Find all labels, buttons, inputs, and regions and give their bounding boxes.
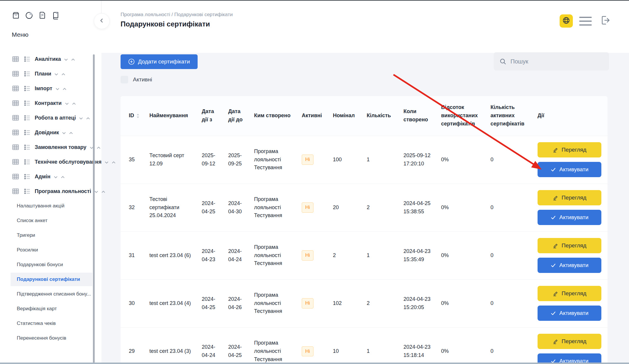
chevron-down-icon — [64, 58, 68, 61]
cell-created-at: 2025-09-12 17:20:10 — [399, 136, 436, 184]
view-button[interactable]: Перегляд — [538, 142, 601, 157]
sidebar-scrollbar[interactable] — [93, 54, 95, 364]
search-box — [494, 52, 609, 71]
page-title: Подарункові сертифікати — [121, 20, 210, 28]
sidebar-item-analytics[interactable]: Аналітика — [11, 52, 92, 66]
header-actions — [560, 14, 612, 28]
sidebar-item-admin[interactable]: Адмін — [11, 170, 92, 183]
table-row: 35 Тестовий серт 12.09 2025-09-12 2025-0… — [121, 136, 608, 184]
sidebar-subitem-promo-settings[interactable]: Налаштування акцій — [11, 199, 92, 213]
search-input[interactable] — [510, 58, 603, 65]
list-icon — [23, 187, 31, 195]
sidebar-subitem-card-verification[interactable]: Верифікація карт — [11, 302, 92, 316]
cell-active-count: 0 — [486, 327, 533, 364]
activate-button[interactable]: Активувати — [538, 210, 601, 225]
archive-icon[interactable] — [12, 11, 20, 19]
language-button[interactable] — [560, 14, 573, 28]
cell-name: test cert 23.04 (4) — [145, 279, 197, 327]
cell-created-by: Програма лояльності Тестування — [249, 279, 297, 327]
grid-icon — [12, 173, 19, 180]
sidebar-subitem-writeoff-confirmation[interactable]: Підтвердження списання бону... — [11, 287, 92, 301]
document-icon[interactable] — [38, 11, 46, 19]
cell-active-count: 0 — [486, 232, 533, 279]
active-filter: Активні — [121, 76, 152, 83]
plus-circle-icon — [128, 58, 135, 65]
cell-name: test cert 23.04 (6) — [145, 232, 197, 279]
status-badge: Ні — [302, 298, 313, 308]
cell-id: 30 — [121, 279, 145, 327]
add-certificates-button[interactable]: Додати сертифікати — [121, 54, 198, 69]
list-icon — [23, 99, 31, 107]
view-button[interactable]: Перегляд — [538, 238, 601, 253]
sidebar-subitem-bonus-transfer[interactable]: Перенесення бонусів — [11, 331, 92, 345]
cell-actions: Перегляд Активувати — [533, 232, 608, 279]
cell-date-to: 2024-04-24 — [223, 232, 249, 279]
sidebar-item-directory[interactable]: Довідник — [11, 126, 92, 139]
chevron-up-icon — [61, 176, 65, 178]
cell-date-from: 2024-04-23 — [197, 232, 223, 279]
activate-button[interactable]: Активувати — [538, 162, 601, 177]
chevron-down-icon — [105, 161, 109, 164]
chevron-down-icon — [54, 73, 58, 76]
col-header-quantity: Кількість — [362, 96, 399, 136]
cell-used-percent: 0% — [436, 136, 486, 184]
sidebar-subitem-receipt-statistics[interactable]: Статистика чеків — [11, 317, 92, 330]
logout-button[interactable] — [598, 14, 612, 28]
sidebar-nav: Аналітика Плани Імпорт — [0, 51, 101, 346]
col-header-id[interactable]: ID — [121, 96, 145, 136]
activate-button[interactable]: Активувати — [538, 306, 601, 321]
sidebar-subitem-questionnaire-list[interactable]: Список анкет — [11, 214, 92, 227]
chevron-up-icon — [101, 191, 105, 193]
cell-created-by: Програма лояльності Тестування — [249, 184, 297, 232]
view-button[interactable]: Перегляд — [538, 190, 601, 205]
cell-id: 35 — [121, 136, 145, 184]
col-header-active: Активні — [297, 96, 328, 136]
activate-button[interactable]: Активувати — [538, 258, 601, 273]
cell-actions: Перегляд Активувати — [533, 327, 608, 364]
sidebar-item-loyalty-program[interactable]: Програма лояльності — [11, 184, 92, 198]
sidebar-subitem-gift-certificates[interactable]: Подарункові сертифікати — [11, 273, 92, 286]
cell-name: Тестові сертифікати 25.04.2024 — [145, 184, 197, 232]
chevron-down-icon — [65, 103, 69, 105]
active-checkbox[interactable] — [121, 76, 128, 83]
sidebar-subitem-mailings[interactable]: Розсилки — [11, 243, 92, 257]
cell-nominal: 20 — [328, 184, 362, 232]
chevron-up-icon — [86, 117, 90, 120]
cell-nominal: 10 — [328, 327, 362, 364]
active-checkbox-label: Активні — [133, 76, 152, 83]
certificates-table-card: ID Найменування Дата дії з Дата дії до К… — [121, 96, 608, 364]
chevron-up-icon — [69, 132, 73, 134]
header-divider — [101, 0, 101, 14]
edit-pencil-icon — [553, 195, 558, 201]
view-button[interactable]: Перегляд — [538, 286, 601, 301]
list-icon — [23, 143, 31, 151]
sort-icon[interactable] — [136, 113, 139, 118]
sidebar-item-plans[interactable]: Плани — [11, 67, 92, 80]
view-button[interactable]: Перегляд — [538, 334, 601, 349]
col-header-actions: Дії — [533, 96, 608, 136]
table-row: 31 test cert 23.04 (6) 2024-04-23 2024-0… — [121, 232, 608, 279]
sidebar-subitem-gift-bonuses[interactable]: Подарункові бонуси — [11, 258, 92, 271]
sidebar-item-pharmacy-work[interactable]: Робота в аптеці — [11, 111, 92, 125]
book-icon[interactable] — [51, 11, 60, 19]
pie-chart-icon[interactable] — [25, 11, 33, 19]
chevron-up-icon — [61, 73, 65, 76]
sidebar-collapse-button[interactable] — [94, 13, 110, 29]
sidebar-item-goods-order[interactable]: Замовлення товару — [11, 140, 92, 154]
table-row: 29 test cert 23.04 (3) 2024-04-24 2024-0… — [121, 327, 608, 364]
sidebar-item-import[interactable]: Імпорт — [11, 82, 92, 95]
horizontal-scrollbar[interactable] — [0, 363, 629, 364]
chevron-up-icon — [71, 58, 75, 61]
cell-nominal: 2 — [328, 232, 362, 279]
sidebar-item-contracts[interactable]: Контракти — [11, 96, 92, 110]
menu-icon[interactable] — [579, 16, 592, 26]
chevron-up-icon — [97, 147, 101, 149]
cell-nominal: 100 — [328, 136, 362, 184]
breadcrumb[interactable]: Програма лояльності / Подарункові сертиф… — [121, 12, 233, 18]
cell-active: Ні — [297, 327, 328, 364]
grid-icon — [12, 158, 19, 166]
col-header-date-from: Дата дії з — [197, 96, 223, 136]
list-icon — [23, 173, 31, 180]
sidebar-subitem-triggers[interactable]: Тригери — [11, 229, 92, 242]
sidebar-item-maintenance[interactable]: Технічне обслуговування — [11, 155, 92, 169]
